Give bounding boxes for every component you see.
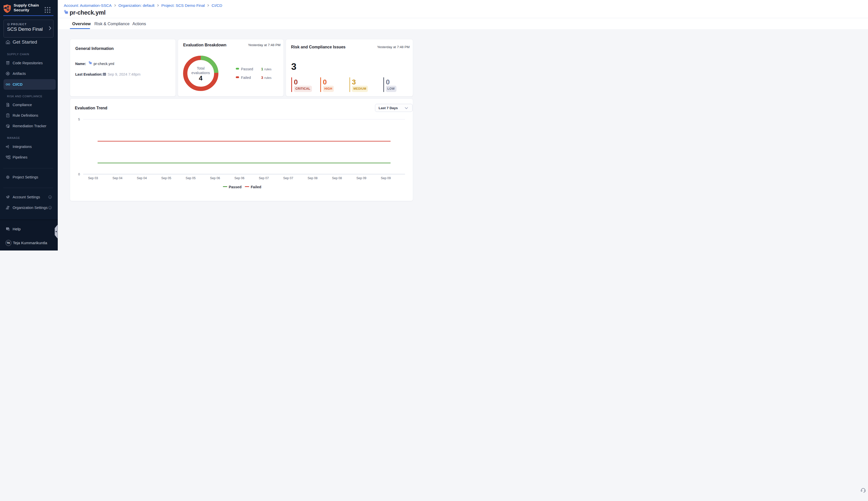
svg-text:Sep 08: Sep 08 [332,177,342,180]
svg-text:Sep 06: Sep 06 [210,177,220,180]
svg-text:Sep 07: Sep 07 [259,177,269,180]
svg-text:Sep 07: Sep 07 [283,177,293,180]
svg-text:Sep 06: Sep 06 [234,177,244,180]
svg-text:Sep 09: Sep 09 [381,177,391,180]
svg-text:Sep 08: Sep 08 [308,177,318,180]
svg-text:0: 0 [78,173,80,176]
svg-text:?: ? [7,227,8,229]
svg-text:Sep 03: Sep 03 [88,177,98,180]
svg-text:5: 5 [78,118,80,121]
svg-text:Sep 05: Sep 05 [186,177,196,180]
svg-text:Sep 04: Sep 04 [113,177,123,180]
svg-text:Sep 09: Sep 09 [356,177,366,180]
svg-text:Sep 05: Sep 05 [161,177,171,180]
svg-text:Sep 04: Sep 04 [137,177,147,180]
